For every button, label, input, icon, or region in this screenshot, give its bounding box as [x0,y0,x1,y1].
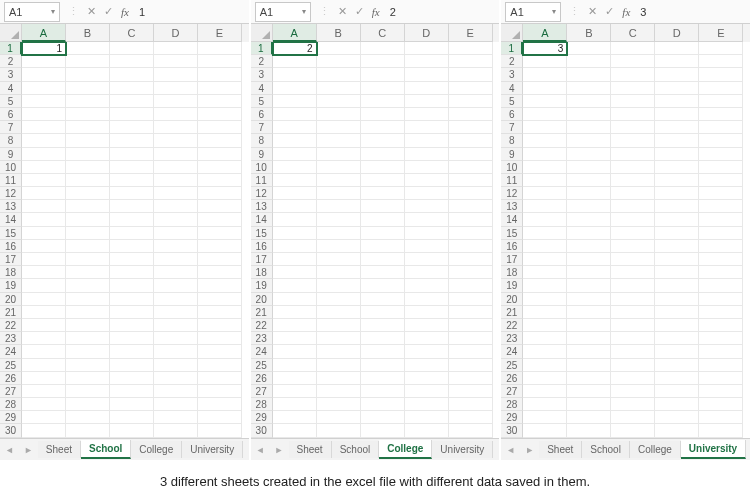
cell[interactable] [655,279,699,292]
cell[interactable] [523,279,567,292]
row-header[interactable]: 15 [0,227,22,240]
cell[interactable] [523,187,567,200]
cell[interactable] [611,240,655,253]
cell[interactable] [317,227,361,240]
row-header[interactable]: 5 [501,95,523,108]
row-header[interactable]: 17 [501,253,523,266]
cell[interactable]: 1 [22,42,66,55]
row-header[interactable]: 30 [501,424,523,437]
cell[interactable] [66,95,110,108]
cell[interactable] [110,161,154,174]
row-header[interactable]: 5 [251,95,273,108]
cell[interactable] [655,148,699,161]
row-header[interactable]: 15 [501,227,523,240]
cell[interactable] [523,385,567,398]
cell[interactable] [66,240,110,253]
cell[interactable] [66,306,110,319]
cell[interactable] [449,279,493,292]
cell[interactable] [655,134,699,147]
row-header[interactable]: 10 [0,161,22,174]
row-header[interactable]: 16 [251,240,273,253]
cell[interactable] [567,174,611,187]
cell[interactable] [655,253,699,266]
cell[interactable] [361,121,405,134]
cell[interactable] [655,108,699,121]
cell[interactable] [66,266,110,279]
cell[interactable] [699,332,743,345]
cell[interactable] [611,227,655,240]
cell[interactable] [198,161,242,174]
cell[interactable] [317,134,361,147]
column-header[interactable]: D [154,24,198,42]
row-header[interactable]: 19 [251,279,273,292]
cell[interactable] [405,55,449,68]
cell[interactable] [317,174,361,187]
cell[interactable] [273,398,317,411]
cell[interactable] [154,200,198,213]
row-header[interactable]: 26 [0,372,22,385]
cell[interactable] [611,424,655,437]
cell[interactable] [154,319,198,332]
cell[interactable] [449,95,493,108]
cell[interactable] [449,200,493,213]
cell[interactable] [567,359,611,372]
cell[interactable] [523,227,567,240]
row-header[interactable]: 1 [0,42,22,55]
row-header[interactable]: 2 [0,55,22,68]
cell[interactable] [317,424,361,437]
cell[interactable] [22,332,66,345]
cell[interactable] [567,372,611,385]
row-header[interactable]: 13 [0,200,22,213]
cell[interactable] [405,82,449,95]
cell[interactable] [22,95,66,108]
cell[interactable] [405,213,449,226]
cell[interactable] [361,55,405,68]
cell[interactable] [449,55,493,68]
row-header[interactable]: 22 [0,319,22,332]
cell[interactable] [361,68,405,81]
cell[interactable] [567,148,611,161]
row-header[interactable]: 19 [501,279,523,292]
spreadsheet-grid[interactable]: ABCDE13234567891011121314151617181920212… [501,24,750,438]
cell[interactable] [273,319,317,332]
cell[interactable] [655,227,699,240]
cell[interactable] [699,187,743,200]
cell[interactable] [154,332,198,345]
cell[interactable] [154,68,198,81]
cell[interactable] [198,266,242,279]
cell[interactable] [611,121,655,134]
cell[interactable] [198,108,242,121]
cell[interactable] [273,266,317,279]
cell[interactable] [154,148,198,161]
cell[interactable] [198,372,242,385]
cell[interactable] [273,253,317,266]
select-all-corner[interactable] [251,24,273,42]
column-header[interactable]: D [405,24,449,42]
row-header[interactable]: 18 [501,266,523,279]
cell[interactable] [154,411,198,424]
cell[interactable] [523,306,567,319]
cell[interactable] [198,187,242,200]
cell[interactable] [361,134,405,147]
cell[interactable]: 2 [273,42,317,55]
cell[interactable] [655,161,699,174]
cell[interactable] [523,68,567,81]
cell[interactable] [198,359,242,372]
row-header[interactable]: 9 [251,148,273,161]
row-header[interactable]: 10 [251,161,273,174]
cell[interactable] [110,200,154,213]
cell[interactable] [405,398,449,411]
cell[interactable] [273,424,317,437]
cell[interactable] [22,385,66,398]
row-header[interactable]: 2 [251,55,273,68]
cell[interactable] [22,68,66,81]
cell[interactable] [523,411,567,424]
cell[interactable] [449,227,493,240]
cell[interactable] [198,200,242,213]
cell[interactable] [273,148,317,161]
cell[interactable] [655,306,699,319]
cell[interactable] [110,82,154,95]
name-box[interactable]: A1▾ [255,2,311,22]
cell[interactable] [611,345,655,358]
cell[interactable] [22,227,66,240]
